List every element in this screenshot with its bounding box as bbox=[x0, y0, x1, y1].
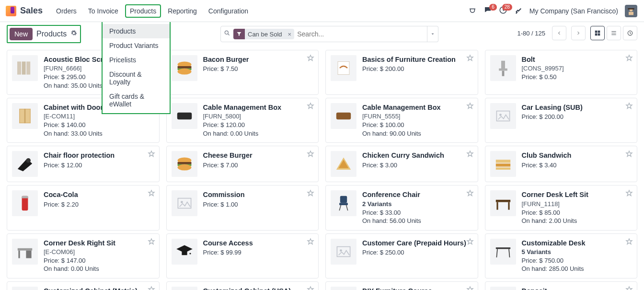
pager-text[interactable]: 1-80 / 125 bbox=[517, 30, 545, 37]
product-name: Club Sandwich bbox=[522, 151, 632, 160]
product-card[interactable]: Club SandwichPrice: $ 3.40 bbox=[485, 146, 638, 182]
svg-rect-32 bbox=[177, 162, 191, 164]
product-card[interactable]: Deposit bbox=[485, 281, 638, 290]
star-icon[interactable] bbox=[625, 102, 633, 112]
menu-item-products[interactable]: Products bbox=[125, 4, 161, 18]
pager-next-button[interactable] bbox=[571, 26, 586, 40]
product-price: Price: $ 147.00 bbox=[44, 256, 153, 265]
star-icon[interactable] bbox=[466, 238, 474, 247]
star-icon[interactable] bbox=[466, 102, 474, 112]
svg-rect-44 bbox=[340, 196, 347, 203]
dropdown-item-pricelists[interactable]: Pricelists bbox=[103, 53, 170, 67]
product-card[interactable]: Basics of Furniture CreationPrice: $ 200… bbox=[325, 50, 478, 95]
star-icon[interactable] bbox=[307, 102, 314, 112]
phone-icon[interactable] bbox=[468, 7, 477, 15]
product-card[interactable]: Cable Management Box[FURN_5555]Price: $ … bbox=[325, 98, 478, 143]
star-icon[interactable] bbox=[148, 150, 155, 160]
star-icon[interactable] bbox=[307, 189, 314, 199]
product-card[interactable]: CommissionPrice: $ 1.00 bbox=[166, 185, 319, 230]
star-icon[interactable] bbox=[148, 189, 155, 199]
dropdown-item-gift-cards-ewallet[interactable]: Gift cards & eWallet bbox=[103, 89, 170, 111]
product-card[interactable]: Chair floor protectionPrice: $ 12.00 bbox=[7, 146, 160, 182]
product-card[interactable]: Bacon BurgerPrice: $ 7.50 bbox=[166, 50, 319, 95]
product-card[interactable]: Car Leasing (SUB)Price: $ 200.00 bbox=[485, 98, 638, 143]
star-icon[interactable] bbox=[625, 54, 633, 64]
app-brand[interactable]: Sales bbox=[20, 6, 43, 16]
gear-icon[interactable] bbox=[70, 30, 77, 38]
star-icon[interactable] bbox=[466, 54, 474, 64]
star-icon[interactable] bbox=[466, 286, 474, 290]
kanban-view-button[interactable] bbox=[590, 26, 605, 40]
activities-button[interactable]: 28 bbox=[499, 6, 507, 16]
search-dropdown-toggle[interactable] bbox=[427, 26, 438, 42]
svg-rect-11 bbox=[17, 61, 21, 74]
product-card[interactable]: Chicken Curry SandwichPrice: $ 3.00 bbox=[325, 146, 478, 182]
product-info: Club SandwichPrice: $ 3.40 bbox=[522, 151, 632, 177]
product-ref: [E-COM06] bbox=[44, 248, 153, 255]
star-icon[interactable] bbox=[625, 238, 633, 247]
star-icon[interactable] bbox=[466, 150, 474, 160]
svg-rect-13 bbox=[26, 61, 30, 74]
star-icon[interactable] bbox=[148, 238, 155, 247]
company-selector[interactable]: My Company (San Francisco) bbox=[529, 7, 618, 15]
product-card[interactable]: Course AccessPrice: $ 99.99 bbox=[166, 233, 319, 278]
product-card[interactable]: Conference Chair2 VariantsPrice: $ 33.00… bbox=[325, 185, 478, 230]
svg-marker-19 bbox=[499, 61, 507, 71]
menu-item-configuration[interactable]: Configuration bbox=[204, 4, 253, 18]
product-variants: 5 Variants bbox=[522, 248, 632, 255]
star-icon[interactable] bbox=[307, 150, 314, 160]
star-icon[interactable] bbox=[307, 238, 314, 247]
menu-item-to-invoice[interactable]: To Invoice bbox=[83, 4, 123, 18]
product-price: Price: $ 3.00 bbox=[362, 161, 472, 170]
svg-point-30 bbox=[26, 158, 31, 163]
product-card[interactable]: Customized Cabinet (Metric) bbox=[7, 281, 160, 290]
product-card[interactable]: Customizable Desk5 VariantsPrice: $ 750.… bbox=[485, 233, 638, 278]
product-info: Cable Management Box[FURN_5800]Price: $ … bbox=[203, 103, 313, 138]
svg-line-47 bbox=[346, 205, 348, 210]
star-icon[interactable] bbox=[148, 286, 155, 290]
user-avatar[interactable] bbox=[625, 5, 637, 17]
product-card[interactable]: Customer Care (Prepaid Hours)Price: $ 25… bbox=[325, 233, 478, 278]
product-thumb bbox=[331, 190, 356, 216]
product-card[interactable]: Cable Management Box[FURN_5800]Price: $ … bbox=[166, 98, 319, 143]
messages-button[interactable]: 6 bbox=[483, 6, 492, 16]
product-variants: 2 Variants bbox=[362, 200, 472, 208]
star-icon[interactable] bbox=[466, 189, 474, 199]
menu-item-orders[interactable]: Orders bbox=[51, 4, 81, 18]
svg-rect-59 bbox=[495, 247, 510, 249]
svg-rect-49 bbox=[496, 202, 498, 210]
svg-rect-23 bbox=[20, 110, 24, 123]
product-card[interactable]: Corner Desk Right Sit[E-COM06]Price: $ 1… bbox=[7, 233, 160, 278]
star-icon[interactable] bbox=[625, 286, 633, 290]
filter-chip-remove[interactable]: × bbox=[285, 30, 295, 39]
product-card[interactable]: Coca-ColaPrice: $ 2.20 bbox=[7, 185, 160, 230]
product-info: Corner Desk Left Sit[FURN_1118]Price: $ … bbox=[522, 190, 632, 225]
product-price: Price: $ 250.00 bbox=[362, 248, 472, 257]
product-card[interactable]: DIY Furniture Course bbox=[325, 281, 478, 290]
dropdown-item-product-variants[interactable]: Product Variants bbox=[103, 38, 170, 53]
pager-prev-button[interactable] bbox=[552, 26, 566, 40]
product-name: Commission bbox=[203, 190, 313, 199]
breadcrumb-group: New Products bbox=[7, 25, 81, 43]
product-info: Conference Chair2 VariantsPrice: $ 33.00… bbox=[362, 190, 472, 225]
search-input[interactable] bbox=[297, 30, 424, 38]
list-view-button[interactable] bbox=[607, 26, 621, 40]
svg-line-60 bbox=[496, 249, 497, 257]
new-button[interactable]: New bbox=[10, 28, 33, 40]
dropdown-item-products[interactable]: Products bbox=[103, 24, 170, 38]
dropdown-item-discount-loyalty[interactable]: Discount & Loyalty bbox=[103, 67, 170, 89]
star-icon[interactable] bbox=[625, 189, 633, 199]
product-info: Customizable Desk5 VariantsPrice: $ 750.… bbox=[522, 239, 632, 273]
activity-view-button[interactable] bbox=[623, 26, 637, 40]
star-icon[interactable] bbox=[307, 54, 314, 64]
product-thumb bbox=[172, 239, 197, 265]
product-card[interactable]: Bolt[CONS_89957]Price: $ 0.50 bbox=[485, 50, 638, 95]
product-card[interactable]: Corner Desk Left Sit[FURN_1118]Price: $ … bbox=[485, 185, 638, 230]
product-card[interactable]: Cheese BurgerPrice: $ 7.00 bbox=[166, 146, 319, 182]
star-icon[interactable] bbox=[625, 150, 633, 160]
tools-icon[interactable] bbox=[514, 7, 523, 15]
menu-item-reporting[interactable]: Reporting bbox=[163, 4, 202, 18]
product-name: Customized Cabinet (USA) bbox=[203, 287, 313, 290]
star-icon[interactable] bbox=[307, 286, 314, 290]
product-card[interactable]: Customized Cabinet (USA) bbox=[166, 281, 319, 290]
